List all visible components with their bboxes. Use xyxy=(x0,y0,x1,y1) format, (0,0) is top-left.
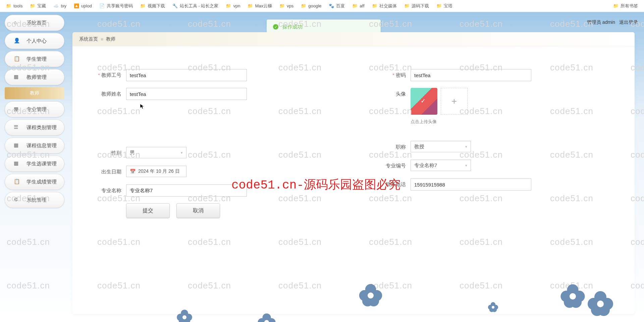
bookmark-baozang[interactable]: 📁宝藏 xyxy=(30,3,46,9)
title-select[interactable]: 教授▾ xyxy=(411,141,471,152)
cloud-icon: ☁️ xyxy=(53,3,59,9)
bookmark-vps[interactable]: 📁vps xyxy=(279,3,293,9)
svg-point-6 xyxy=(262,313,271,322)
password-label: *密码 xyxy=(374,69,411,81)
major-name-input[interactable] xyxy=(126,184,247,197)
home-icon: ⌂ xyxy=(14,19,20,26)
cancel-button[interactable]: 取消 xyxy=(176,203,220,218)
bookmark-uplod[interactable]: 🔼uplod xyxy=(74,3,92,9)
birth-label: 出生日期 xyxy=(89,166,126,178)
bookmark-bt[interactable]: 📁宝塔 xyxy=(436,3,452,9)
sidebar-item-system[interactable]: ⚙系统管理 xyxy=(5,192,64,208)
chevron-down-icon: ▾ xyxy=(465,163,467,168)
bookmark-bar: 📁tools 📁宝藏 ☁️txy 🔼uplod 📄共享账号密码 📁视频下载 🔧站… xyxy=(0,0,644,12)
folder-icon: 📁 xyxy=(226,3,231,9)
svg-point-8 xyxy=(267,318,275,322)
submit-button[interactable]: 提交 xyxy=(126,203,170,218)
bookmark-txy[interactable]: ☁️txy xyxy=(53,3,66,9)
bookmark-zz[interactable]: 🔧站长工具 - 站长之家 xyxy=(172,3,219,9)
grid-icon: ▦ xyxy=(14,106,20,113)
teacher-form: *教师工号 教师姓名 性别 男▾ 出生日期 📅2024 年 10 月 26 日 xyxy=(89,69,618,218)
bookmark-src[interactable]: 📁源码下载 xyxy=(404,3,429,9)
major-code-label: 专业编号 xyxy=(374,160,411,172)
birth-date-input[interactable]: 📅2024 年 10 月 26 日 xyxy=(126,166,186,177)
bookmark-all[interactable]: 📁所有书签 xyxy=(613,3,638,9)
sidebar-item-profile[interactable]: 👤个人中心 xyxy=(5,33,64,49)
sidebar: ⌂系统首页 👤个人中心 📋学生管理 ▦教师管理 教师 ▦专业管理 ☰课程类别管理… xyxy=(5,15,64,210)
doc-icon: 📄 xyxy=(99,3,105,9)
svg-point-2 xyxy=(185,314,192,321)
clipboard-icon: 📋 xyxy=(14,178,20,185)
password-input[interactable] xyxy=(411,69,531,81)
content-panel: 系统首页 ≡ 教师 *教师工号 教师姓名 性别 男▾ xyxy=(72,32,635,314)
bookmark-social[interactable]: 📁社交媒体 xyxy=(372,3,397,9)
avatar-thumbnail[interactable]: ✓ xyxy=(411,88,437,115)
bookmark-shared[interactable]: 📄共享账号密码 xyxy=(99,3,133,9)
phone-label: 联系电话 xyxy=(374,178,411,191)
folder-icon: 📁 xyxy=(6,3,11,9)
chevron-down-icon: ▾ xyxy=(465,145,467,149)
upload-icon: 🔼 xyxy=(74,3,79,9)
bookmark-baidu[interactable]: 🐾百度 xyxy=(329,3,345,9)
folder-icon: 📁 xyxy=(140,3,146,9)
user-icon: 👤 xyxy=(14,38,20,44)
plus-icon: + xyxy=(451,96,457,107)
chevron-down-icon: ▾ xyxy=(181,151,183,155)
sidebar-sub-teacher[interactable]: 教师 xyxy=(5,87,64,99)
bookmark-video[interactable]: 📁视频下载 xyxy=(140,3,165,9)
teacher-name-label: 教师姓名 xyxy=(89,88,126,100)
breadcrumb-current: 教师 xyxy=(106,36,115,42)
grid-icon: ▦ xyxy=(14,142,20,149)
folder-icon: 📁 xyxy=(301,3,306,9)
folder-icon: 📁 xyxy=(372,3,377,9)
check-icon: ✓ xyxy=(421,97,426,105)
check-icon: ✓ xyxy=(273,24,278,30)
svg-point-5 xyxy=(182,315,186,319)
sidebar-item-teacher[interactable]: ▦教师管理 xyxy=(5,69,64,85)
admin-label[interactable]: 管理员 admin xyxy=(587,19,615,25)
calendar-icon: 📅 xyxy=(130,169,136,174)
logout-link[interactable]: 退出登录 xyxy=(619,19,638,25)
svg-point-1 xyxy=(177,314,184,321)
bookmark-max[interactable]: 📁Max云梯 xyxy=(248,3,272,9)
list-icon: ☰ xyxy=(14,124,20,131)
svg-point-7 xyxy=(258,318,266,322)
gear-icon: ⚙ xyxy=(14,197,20,203)
grid-icon: ▦ xyxy=(14,160,20,167)
phone-input[interactable] xyxy=(411,178,531,191)
gender-select[interactable]: 男▾ xyxy=(126,147,186,158)
folder-icon: 📁 xyxy=(436,3,442,9)
site-icon: 🔧 xyxy=(172,3,178,9)
folder-icon: 📁 xyxy=(30,3,35,9)
breadcrumb-sep-icon: ≡ xyxy=(101,37,103,42)
watermark: code51.cn xyxy=(97,19,141,29)
svg-point-11 xyxy=(264,320,269,322)
header-right: 管理员 admin 退出登录 xyxy=(587,19,638,25)
folder-icon: 📁 xyxy=(613,3,619,9)
sidebar-item-major[interactable]: ▦专业管理 xyxy=(5,101,64,117)
sidebar-item-home[interactable]: ⌂系统首页 xyxy=(5,15,64,31)
breadcrumb: 系统首页 ≡ 教师 xyxy=(72,32,635,46)
breadcrumb-home[interactable]: 系统首页 xyxy=(79,36,98,42)
teacher-name-input[interactable] xyxy=(126,88,247,100)
bookmark-tools[interactable]: 📁tools xyxy=(6,3,22,9)
major-code-select[interactable]: 专业名称7▾ xyxy=(411,160,471,171)
bookmark-google[interactable]: 📁google xyxy=(301,3,321,9)
sidebar-item-course-cat[interactable]: ☰课程类别管理 xyxy=(5,119,64,136)
bookmark-aff[interactable]: 📁aff xyxy=(352,3,364,9)
teacher-id-input[interactable] xyxy=(126,69,247,81)
watermark: code51.cn xyxy=(7,237,50,247)
sidebar-item-select[interactable]: ▦学生选课管理 xyxy=(5,156,64,172)
avatar-label: 头像 xyxy=(374,88,411,100)
bookmark-vpn[interactable]: 📁vpn xyxy=(226,3,240,9)
sidebar-item-course-info[interactable]: ▦课程信息管理 xyxy=(5,138,64,154)
baidu-icon: 🐾 xyxy=(329,3,334,9)
folder-icon: 📁 xyxy=(279,3,285,9)
grid-icon: ▦ xyxy=(14,74,20,80)
sidebar-item-grade[interactable]: 📋学生成绩管理 xyxy=(5,174,64,190)
avatar-upload-button[interactable]: + xyxy=(441,88,468,115)
major-name-label: 专业名称 xyxy=(89,184,126,197)
teacher-id-label: *教师工号 xyxy=(89,69,126,81)
sidebar-item-student[interactable]: 📋学生管理 xyxy=(5,51,64,67)
gender-label: 性别 xyxy=(89,147,126,159)
